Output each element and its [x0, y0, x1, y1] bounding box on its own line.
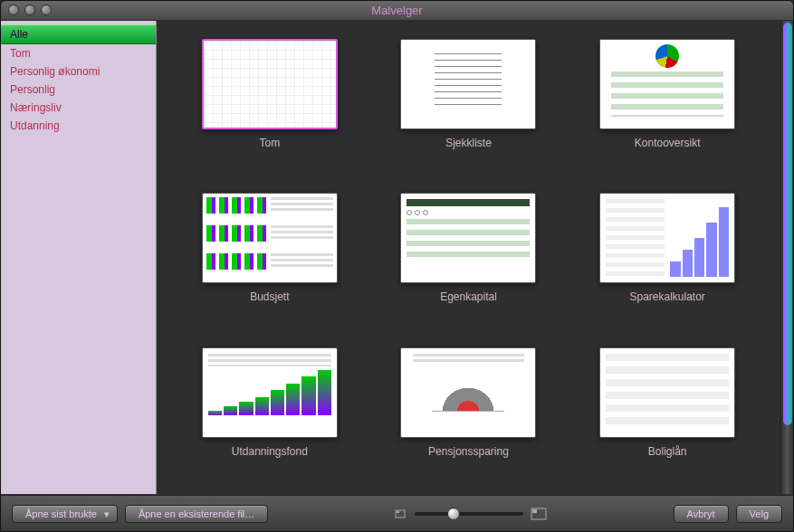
zoom-small-icon: [395, 508, 407, 519]
scrollbar[interactable]: [780, 21, 793, 494]
template-thumbnail[interactable]: [202, 39, 338, 129]
cancel-button[interactable]: Avbryt: [674, 505, 729, 523]
window-title: Malvelger: [371, 4, 422, 17]
template-thumbnail[interactable]: [400, 347, 536, 438]
template-thumbnail[interactable]: [400, 193, 536, 283]
template-checklist[interactable]: Sjekkliste: [396, 39, 540, 176]
template-label: Utdanningsfond: [232, 445, 308, 458]
template-thumbnail[interactable]: [599, 193, 735, 283]
template-thumbnail[interactable]: [202, 193, 338, 283]
choose-button[interactable]: Velg: [736, 505, 782, 523]
window-body: AlleTomPersonlig økonomiPersonligNærings…: [1, 21, 793, 495]
close-window-button[interactable]: [8, 5, 19, 15]
template-label: Tom: [259, 137, 280, 149]
template-label: Egenkapital: [440, 290, 497, 303]
zoom-slider-knob[interactable]: [447, 508, 460, 520]
sidebar-item-næringsliv[interactable]: Næringsliv: [1, 99, 156, 117]
sidebar-item-label: Tom: [10, 47, 31, 60]
template-loan[interactable]: Boliglån: [595, 347, 740, 485]
sidebar-item-label: Utdanning: [10, 119, 60, 132]
template-equity[interactable]: Egenkapital: [396, 193, 540, 330]
template-label: Sparekalkulator: [629, 290, 704, 303]
scroll-thumb[interactable]: [783, 23, 792, 425]
template-account[interactable]: Kontooversikt: [595, 39, 740, 176]
open-recent-button[interactable]: Åpne sist brukte: [12, 505, 118, 523]
template-label: Boliglån: [648, 445, 687, 458]
zoom-window-button[interactable]: [41, 5, 52, 15]
template-blank[interactable]: Tom: [197, 39, 342, 176]
template-chooser-window: Malvelger AlleTomPersonlig økonomiPerson…: [0, 0, 794, 532]
template-budget[interactable]: Budsjett: [197, 193, 342, 330]
svg-rect-3: [532, 509, 537, 513]
sidebar-item-alle[interactable]: Alle: [1, 24, 156, 44]
sidebar-item-label: Personlig: [10, 83, 55, 96]
sidebar-item-label: Personlig økonomi: [10, 65, 100, 78]
template-savings[interactable]: Sparekalkulator: [595, 193, 740, 330]
open-existing-file-button[interactable]: Åpne en eksisterende fil…: [125, 505, 268, 523]
svg-rect-1: [397, 511, 399, 513]
template-label: Kontooversikt: [635, 137, 701, 149]
zoom-large-icon: [531, 508, 547, 520]
template-grid: TomSjekklisteKontooversiktBudsjettEgenka…: [157, 21, 780, 494]
sidebar-item-utdanning[interactable]: Utdanning: [1, 117, 156, 135]
template-thumbnail[interactable]: [202, 347, 338, 438]
sidebar-item-label: Alle: [10, 28, 28, 41]
sidebar-item-personlig[interactable]: Personlig: [1, 81, 156, 99]
template-thumbnail[interactable]: [599, 347, 735, 438]
template-label: Sjekkliste: [445, 137, 492, 149]
template-label: Budsjett: [250, 290, 289, 303]
zoom-slider[interactable]: [415, 512, 523, 516]
minimize-window-button[interactable]: [24, 5, 35, 15]
bottom-toolbar: Åpne sist brukte Åpne en eksisterende fi…: [1, 495, 793, 531]
zoom-control: [395, 508, 547, 520]
template-pension[interactable]: Pensjonssparing: [396, 347, 540, 485]
template-label: Pensjonssparing: [428, 445, 509, 458]
category-sidebar: AlleTomPersonlig økonomiPersonligNærings…: [1, 21, 157, 494]
sidebar-item-label: Næringsliv: [10, 101, 62, 114]
sidebar-item-tom[interactable]: Tom: [1, 44, 156, 62]
template-edu[interactable]: Utdanningsfond: [197, 347, 342, 485]
sidebar-item-personlig-økonomi[interactable]: Personlig økonomi: [1, 62, 156, 81]
template-thumbnail[interactable]: [599, 39, 735, 129]
traffic-lights: [8, 5, 52, 15]
template-area: TomSjekklisteKontooversiktBudsjettEgenka…: [157, 21, 793, 494]
titlebar: Malvelger: [1, 1, 793, 21]
template-thumbnail[interactable]: [400, 39, 536, 129]
